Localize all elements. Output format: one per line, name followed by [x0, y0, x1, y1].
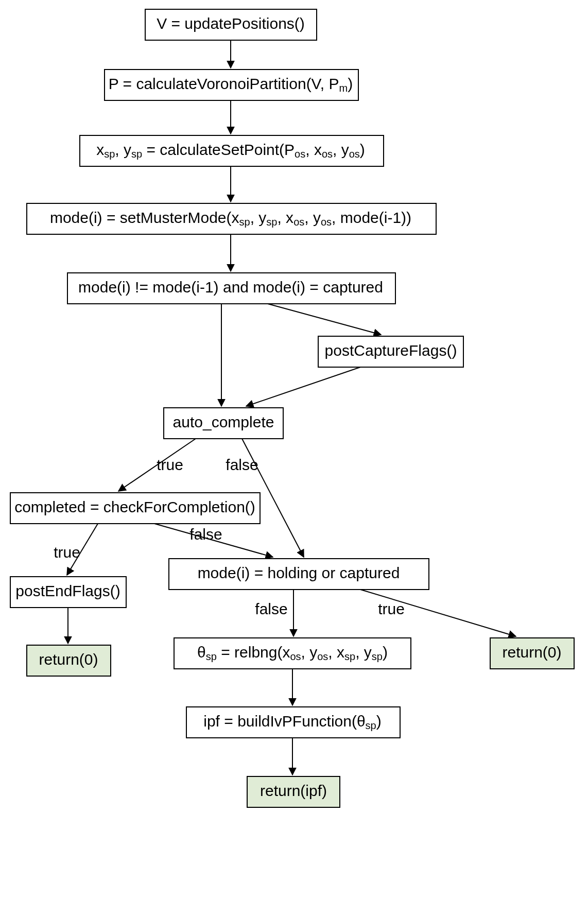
- edge-8-9-label: true: [54, 544, 80, 561]
- flowchart-diagram: V = updatePositions() P = calculateVoron…: [0, 0, 588, 917]
- node-post-end-flags-label: postEndFlags(): [15, 582, 120, 599]
- edge-6-7: [246, 367, 360, 406]
- node-auto-complete-label: auto_complete: [173, 413, 274, 430]
- node-set-muster-mode-label: mode(i) = setMusterMode(xsp, ysp, xos, y…: [50, 209, 411, 228]
- node-mode-check-label: mode(i) != mode(i-1) and mode(i) = captu…: [78, 279, 383, 296]
- edge-7-8-label: true: [157, 456, 183, 473]
- node-mode-holding-captured-label: mode(i) = holding or captured: [198, 564, 400, 581]
- node-check-completion-label: completed = checkForCompletion(): [14, 498, 255, 515]
- node-return-ipf-label: return(ipf): [260, 782, 327, 799]
- edge-7-11-label: false: [226, 456, 258, 473]
- edge-11-12-label: false: [255, 600, 287, 617]
- edge-5-6: [268, 304, 381, 335]
- node-build-ivp-label: ipf = buildIvPFunction(θsp): [203, 713, 381, 731]
- edge-8-11-label: false: [189, 526, 222, 543]
- node-voronoi-partition-label: P = calculateVoronoiPartition(V, Pm): [109, 75, 353, 94]
- node-return-0-right-label: return(0): [502, 644, 561, 661]
- node-update-positions-label: V = updatePositions(): [157, 15, 305, 32]
- edge-11-15-label: true: [378, 600, 405, 617]
- node-return-0-left-label: return(0): [39, 651, 98, 668]
- node-post-capture-flags-label: postCaptureFlags(): [325, 342, 457, 359]
